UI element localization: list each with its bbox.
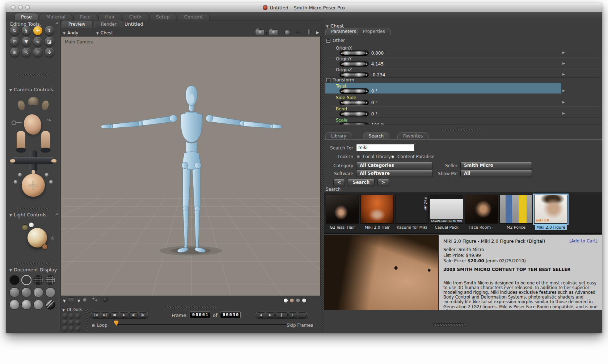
param-value[interactable]: 0 ° xyxy=(371,89,377,94)
current-frame-counter[interactable]: 00001 xyxy=(190,312,210,318)
ui-dot[interactable] xyxy=(69,320,74,325)
tab-content[interactable]: Content xyxy=(178,13,210,21)
light-controls-header[interactable]: Light Controls. xyxy=(9,212,48,217)
light-1-indicator-icon[interactable] xyxy=(22,224,28,231)
step-forward-button[interactable]: |▶ xyxy=(139,312,147,318)
palette-icon[interactable] xyxy=(56,22,58,24)
result-thumbnail[interactable] xyxy=(465,195,498,224)
result-thumbnail[interactable] xyxy=(499,195,533,224)
result-caption[interactable]: Kazumi for Miki xyxy=(395,225,428,230)
loop-indicator-icon[interactable] xyxy=(92,324,95,327)
param-options-icon[interactable]: ▶ xyxy=(562,100,565,104)
taper-tool-icon[interactable]: ▼ xyxy=(22,37,31,46)
horizontal-scrollbar-handle[interactable] xyxy=(433,323,465,326)
param-dial-side-side[interactable]: ◀▶ 0 ° xyxy=(339,100,377,105)
show-me-select[interactable]: All xyxy=(460,170,532,177)
camera-preset-dot-icon[interactable] xyxy=(14,180,17,184)
doc-toolbar-expand-icon[interactable]: ▶ xyxy=(316,30,319,34)
result-caption-selected[interactable]: Miki 2.0 Figure xyxy=(534,225,567,230)
view-magnifier-tool-icon[interactable]: ⚲ xyxy=(22,48,31,57)
tab-favorites[interactable]: Favorites xyxy=(397,132,428,139)
result-thumbnail[interactable] xyxy=(360,195,394,224)
chain-break-tool-icon[interactable]: ∞ xyxy=(33,37,42,46)
camera-move-yz-hand-icon[interactable] xyxy=(17,131,25,150)
loop-label[interactable]: Loop xyxy=(97,323,107,328)
param-dial-twist[interactable]: ◀▶ 0 ° xyxy=(339,88,377,94)
result-caption[interactable]: Face Room - xyxy=(465,225,498,230)
add-key-button[interactable]: + xyxy=(288,312,297,318)
display-texture-shaded-icon[interactable] xyxy=(45,300,55,310)
ui-dots-header[interactable]: UI Dots. xyxy=(62,307,84,312)
stop-button[interactable]: ■ xyxy=(110,312,119,318)
add-to-cart-link[interactable]: [Add to Cart] xyxy=(569,238,598,244)
result-thumbnail[interactable]: KaZumi xyxy=(395,195,428,224)
camera-select-head-icon[interactable] xyxy=(24,114,41,135)
document-display-header[interactable]: Document Display xyxy=(9,267,57,272)
software-select[interactable]: All Software xyxy=(356,170,433,177)
param-value[interactable]: 4.145 xyxy=(371,62,384,67)
param-value[interactable]: -0.234 xyxy=(371,72,385,77)
display-dot-white-icon[interactable] xyxy=(283,298,288,303)
display-cartoon-lined-icon[interactable] xyxy=(9,300,20,310)
delete-key-button[interactable]: − xyxy=(298,312,307,318)
depth-cue-menu-icon[interactable]: ▼ xyxy=(63,299,66,303)
actor-menu[interactable]: Andy xyxy=(63,30,78,35)
depth-cue-toggle[interactable] xyxy=(68,297,74,303)
param-dial-originx[interactable]: ◀▶ 0.000 xyxy=(339,50,384,56)
main-camera-viewport[interactable]: Main Camera xyxy=(61,36,321,296)
color-tool-icon[interactable]: ◪ xyxy=(45,37,54,46)
camera-dolly-right-hand-icon[interactable] xyxy=(51,159,56,162)
anim-palette-resize-handle[interactable] xyxy=(165,306,216,308)
ui-dot[interactable] xyxy=(75,320,81,325)
radio-local-library[interactable] xyxy=(356,155,361,159)
step-back-button[interactable]: ◀| xyxy=(129,312,138,318)
palette-resize-handle[interactable] xyxy=(17,74,49,76)
tab-parameters[interactable]: Parameters xyxy=(325,28,362,35)
camera-preset-dot-icon[interactable] xyxy=(49,180,53,184)
tab-setup[interactable]: Setup xyxy=(149,13,176,21)
grouping-tool-icon[interactable]: ⊞ xyxy=(10,48,19,57)
param-value[interactable]: 0.000 xyxy=(371,51,384,56)
prev-key-button[interactable]: ◀ xyxy=(257,312,265,318)
radio-local-library-label[interactable]: Local Library xyxy=(363,154,391,159)
prev-page-button[interactable]: < xyxy=(333,179,345,186)
param-value[interactable]: 0 ° xyxy=(371,111,377,117)
seller-select[interactable]: Smith Micro xyxy=(460,162,532,169)
search-button[interactable]: Search xyxy=(348,179,375,186)
right-hand-camera-icon[interactable] xyxy=(41,100,50,111)
animating-camera-key-icon[interactable] xyxy=(12,120,22,124)
result-caption[interactable]: Miki 2.0 Hair xyxy=(360,225,394,230)
ui-dot[interactable] xyxy=(69,326,74,332)
last-frame-button[interactable]: ▶| xyxy=(101,312,110,318)
ui-dot[interactable] xyxy=(62,320,68,325)
ui-dot[interactable] xyxy=(75,313,81,319)
tab-search[interactable]: Search xyxy=(363,132,389,139)
ui-dot[interactable] xyxy=(62,326,68,332)
rotate-tool-icon[interactable]: ↻ xyxy=(10,26,19,35)
shadow-toggle-icon[interactable] xyxy=(83,298,87,302)
param-options-icon[interactable]: ▶ xyxy=(562,72,565,76)
display-smooth-lined-icon[interactable] xyxy=(33,300,43,310)
tab-preview[interactable]: Preview xyxy=(62,21,92,28)
timeline-track[interactable] xyxy=(117,324,287,325)
camera-view-icon[interactable] xyxy=(255,29,265,35)
display-dot-rose-icon[interactable] xyxy=(290,298,294,303)
display-wireframe-icon[interactable] xyxy=(33,275,43,285)
param-value[interactable]: 0 ° xyxy=(371,100,377,105)
title-bar[interactable]: Untitled – Smith Micro Poser Pro xyxy=(6,3,602,12)
translate-in-out-tool-icon[interactable]: ↕ xyxy=(45,26,54,35)
light-brightness-icon[interactable]: ☼ xyxy=(50,235,55,242)
result-caption[interactable]: Casual Pack xyxy=(430,225,463,230)
trackball-mini-icon[interactable] xyxy=(284,30,290,35)
face-camera-icon[interactable] xyxy=(28,97,38,105)
param-options-icon[interactable]: ▶ xyxy=(562,51,565,54)
tab-face[interactable]: Face xyxy=(73,13,97,21)
tab-hair[interactable]: Hair xyxy=(98,13,121,21)
body-part-menu[interactable]: Chest xyxy=(96,30,113,35)
tab-cloth[interactable]: Cloth xyxy=(123,13,148,21)
light-3-indicator-icon[interactable] xyxy=(42,244,48,250)
display-flat-shaded-icon[interactable] xyxy=(21,287,31,297)
radio-content-paradise-label[interactable]: Content Paradise xyxy=(397,154,434,159)
tab-pose[interactable]: Pose xyxy=(14,13,38,21)
camera-controls-header[interactable]: Camera Controls. xyxy=(9,87,55,92)
